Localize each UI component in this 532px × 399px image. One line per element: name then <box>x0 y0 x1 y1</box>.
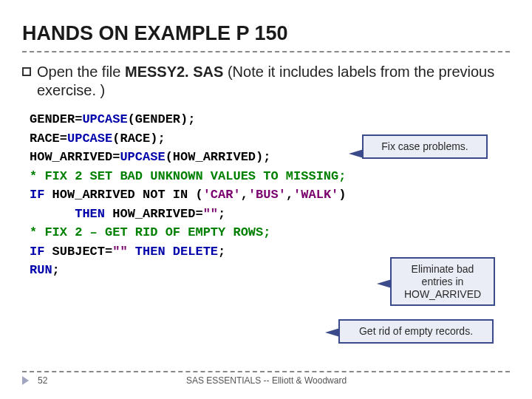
bullet-text: Open the file MESSY2. SAS (Note it inclu… <box>37 63 510 100</box>
bullet-icon <box>22 67 31 76</box>
slide-title: HANDS ON EXAMPLE P 150 <box>22 22 510 45</box>
callout-eliminate-bad: Eliminate bad entries in HOW_ARRIVED <box>390 257 495 306</box>
footer-text: SAS ESSENTIALS -- Elliott & Woodward <box>23 375 510 386</box>
slide: HANDS ON EXAMPLE P 150 Open the file MES… <box>0 0 532 399</box>
footer: 52 SAS ESSENTIALS -- Elliott & Woodward <box>22 375 510 386</box>
title-underline <box>22 51 510 52</box>
bullet-prefix: Open the file <box>37 64 125 80</box>
callout-empty-records: Get rid of empty records. <box>338 319 494 344</box>
bullet-item: Open the file MESSY2. SAS (Note it inclu… <box>22 63 510 100</box>
bullet-bold: MESSY2. SAS <box>125 64 223 80</box>
callout-fix-case: Fix case problems. <box>362 134 488 159</box>
footer-divider <box>22 371 510 372</box>
